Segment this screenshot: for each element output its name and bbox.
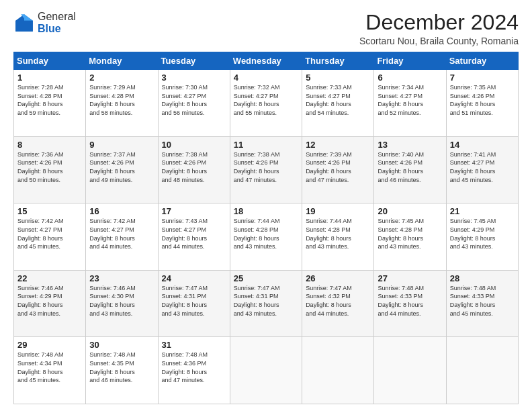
day-number: 23 bbox=[89, 273, 154, 283]
table-row: 15Sunrise: 7:42 AM Sunset: 4:27 PM Dayli… bbox=[14, 203, 86, 271]
day-number: 19 bbox=[306, 206, 370, 216]
table-row bbox=[230, 337, 302, 404]
table-row: 31Sunrise: 7:48 AM Sunset: 4:36 PM Dayli… bbox=[158, 337, 230, 404]
calendar-row: 8Sunrise: 7:36 AM Sunset: 4:26 PM Daylig… bbox=[14, 136, 519, 203]
logo-text: General Blue bbox=[38, 11, 76, 34]
day-info: Sunrise: 7:37 AM Sunset: 4:26 PM Dayligh… bbox=[89, 150, 154, 184]
table-row: 16Sunrise: 7:42 AM Sunset: 4:27 PM Dayli… bbox=[86, 203, 158, 271]
month-title: December 2024 bbox=[359, 11, 519, 34]
day-info: Sunrise: 7:42 AM Sunset: 4:27 PM Dayligh… bbox=[17, 217, 82, 250]
logo: General Blue bbox=[13, 11, 76, 34]
table-row: 11Sunrise: 7:38 AM Sunset: 4:26 PM Dayli… bbox=[230, 136, 302, 203]
col-friday: Friday bbox=[374, 52, 446, 70]
table-row: 5Sunrise: 7:33 AM Sunset: 4:27 PM Daylig… bbox=[302, 70, 374, 137]
col-tuesday: Tuesday bbox=[158, 52, 230, 70]
calendar-row: 15Sunrise: 7:42 AM Sunset: 4:27 PM Dayli… bbox=[14, 203, 519, 271]
day-info: Sunrise: 7:46 AM Sunset: 4:29 PM Dayligh… bbox=[17, 284, 82, 318]
day-info: Sunrise: 7:45 AM Sunset: 4:28 PM Dayligh… bbox=[378, 217, 442, 250]
table-row: 6Sunrise: 7:34 AM Sunset: 4:27 PM Daylig… bbox=[374, 70, 446, 137]
logo-icon bbox=[13, 12, 35, 34]
day-info: Sunrise: 7:47 AM Sunset: 4:31 PM Dayligh… bbox=[234, 284, 298, 318]
day-info: Sunrise: 7:48 AM Sunset: 4:34 PM Dayligh… bbox=[17, 351, 82, 384]
table-row: 22Sunrise: 7:46 AM Sunset: 4:29 PM Dayli… bbox=[14, 270, 86, 337]
day-number: 17 bbox=[162, 206, 226, 216]
calendar-row: 1Sunrise: 7:28 AM Sunset: 4:28 PM Daylig… bbox=[14, 70, 519, 137]
table-row: 26Sunrise: 7:47 AM Sunset: 4:32 PM Dayli… bbox=[302, 270, 374, 337]
day-info: Sunrise: 7:42 AM Sunset: 4:27 PM Dayligh… bbox=[89, 217, 154, 250]
table-row: 23Sunrise: 7:46 AM Sunset: 4:30 PM Dayli… bbox=[86, 270, 158, 337]
day-info: Sunrise: 7:46 AM Sunset: 4:30 PM Dayligh… bbox=[89, 284, 154, 318]
table-row bbox=[302, 337, 374, 404]
day-number: 18 bbox=[234, 206, 298, 216]
table-row: 14Sunrise: 7:41 AM Sunset: 4:27 PM Dayli… bbox=[446, 136, 518, 203]
day-info: Sunrise: 7:44 AM Sunset: 4:28 PM Dayligh… bbox=[306, 217, 370, 250]
table-row: 19Sunrise: 7:44 AM Sunset: 4:28 PM Dayli… bbox=[302, 203, 374, 271]
day-number: 4 bbox=[234, 73, 298, 83]
day-info: Sunrise: 7:43 AM Sunset: 4:27 PM Dayligh… bbox=[162, 217, 226, 250]
table-row: 13Sunrise: 7:40 AM Sunset: 4:26 PM Dayli… bbox=[374, 136, 446, 203]
day-number: 25 bbox=[234, 273, 298, 283]
day-number: 9 bbox=[89, 140, 154, 150]
col-monday: Monday bbox=[86, 52, 158, 70]
day-number: 16 bbox=[89, 206, 154, 216]
day-info: Sunrise: 7:39 AM Sunset: 4:26 PM Dayligh… bbox=[306, 150, 370, 184]
day-number: 24 bbox=[162, 273, 226, 283]
table-row: 29Sunrise: 7:48 AM Sunset: 4:34 PM Dayli… bbox=[14, 337, 86, 404]
location-subtitle: Scortaru Nou, Braila County, Romania bbox=[359, 36, 519, 46]
table-row: 4Sunrise: 7:32 AM Sunset: 4:27 PM Daylig… bbox=[230, 70, 302, 137]
header-row: Sunday Monday Tuesday Wednesday Thursday… bbox=[14, 52, 519, 70]
table-row: 28Sunrise: 7:48 AM Sunset: 4:33 PM Dayli… bbox=[446, 270, 518, 337]
table-row: 21Sunrise: 7:45 AM Sunset: 4:29 PM Dayli… bbox=[446, 203, 518, 271]
day-info: Sunrise: 7:35 AM Sunset: 4:26 PM Dayligh… bbox=[450, 83, 515, 117]
table-row: 25Sunrise: 7:47 AM Sunset: 4:31 PM Dayli… bbox=[230, 270, 302, 337]
col-saturday: Saturday bbox=[446, 52, 518, 70]
header: General Blue December 2024 Scortaru Nou,… bbox=[13, 11, 519, 46]
table-row: 18Sunrise: 7:44 AM Sunset: 4:28 PM Dayli… bbox=[230, 203, 302, 271]
day-number: 27 bbox=[378, 273, 442, 283]
day-number: 29 bbox=[17, 340, 82, 350]
day-number: 10 bbox=[162, 140, 226, 150]
svg-rect-2 bbox=[15, 20, 33, 31]
table-row bbox=[374, 337, 446, 404]
day-number: 21 bbox=[450, 206, 515, 216]
day-number: 14 bbox=[450, 140, 515, 150]
table-row: 17Sunrise: 7:43 AM Sunset: 4:27 PM Dayli… bbox=[158, 203, 230, 271]
table-row bbox=[446, 337, 518, 404]
table-row: 7Sunrise: 7:35 AM Sunset: 4:26 PM Daylig… bbox=[446, 70, 518, 137]
day-number: 20 bbox=[378, 206, 442, 216]
day-number: 15 bbox=[17, 206, 82, 216]
calendar-row: 22Sunrise: 7:46 AM Sunset: 4:29 PM Dayli… bbox=[14, 270, 519, 337]
table-row: 1Sunrise: 7:28 AM Sunset: 4:28 PM Daylig… bbox=[14, 70, 86, 137]
table-row: 9Sunrise: 7:37 AM Sunset: 4:26 PM Daylig… bbox=[86, 136, 158, 203]
day-info: Sunrise: 7:29 AM Sunset: 4:28 PM Dayligh… bbox=[89, 83, 154, 117]
svg-marker-1 bbox=[24, 14, 33, 21]
day-info: Sunrise: 7:45 AM Sunset: 4:29 PM Dayligh… bbox=[450, 217, 515, 250]
day-number: 31 bbox=[162, 340, 226, 350]
day-info: Sunrise: 7:36 AM Sunset: 4:26 PM Dayligh… bbox=[17, 150, 82, 184]
day-info: Sunrise: 7:32 AM Sunset: 4:27 PM Dayligh… bbox=[234, 83, 298, 117]
page: General Blue December 2024 Scortaru Nou,… bbox=[0, 0, 532, 411]
day-info: Sunrise: 7:48 AM Sunset: 4:35 PM Dayligh… bbox=[89, 351, 154, 384]
day-info: Sunrise: 7:38 AM Sunset: 4:26 PM Dayligh… bbox=[234, 150, 298, 184]
day-info: Sunrise: 7:47 AM Sunset: 4:32 PM Dayligh… bbox=[306, 284, 370, 318]
day-number: 22 bbox=[17, 273, 82, 283]
day-number: 3 bbox=[162, 73, 226, 83]
day-number: 6 bbox=[378, 73, 442, 83]
col-wednesday: Wednesday bbox=[230, 52, 302, 70]
day-number: 30 bbox=[89, 340, 154, 350]
day-number: 5 bbox=[306, 73, 370, 83]
day-number: 7 bbox=[450, 73, 515, 83]
day-info: Sunrise: 7:48 AM Sunset: 4:33 PM Dayligh… bbox=[450, 284, 515, 318]
col-thursday: Thursday bbox=[302, 52, 374, 70]
day-number: 11 bbox=[234, 140, 298, 150]
table-row: 10Sunrise: 7:38 AM Sunset: 4:26 PM Dayli… bbox=[158, 136, 230, 203]
day-info: Sunrise: 7:48 AM Sunset: 4:33 PM Dayligh… bbox=[378, 284, 442, 318]
day-info: Sunrise: 7:48 AM Sunset: 4:36 PM Dayligh… bbox=[162, 351, 226, 384]
day-info: Sunrise: 7:34 AM Sunset: 4:27 PM Dayligh… bbox=[378, 83, 442, 117]
title-block: December 2024 Scortaru Nou, Braila Count… bbox=[359, 11, 519, 46]
table-row: 24Sunrise: 7:47 AM Sunset: 4:31 PM Dayli… bbox=[158, 270, 230, 337]
table-row: 12Sunrise: 7:39 AM Sunset: 4:26 PM Dayli… bbox=[302, 136, 374, 203]
day-info: Sunrise: 7:41 AM Sunset: 4:27 PM Dayligh… bbox=[450, 150, 515, 184]
day-number: 26 bbox=[306, 273, 370, 283]
day-number: 12 bbox=[306, 140, 370, 150]
